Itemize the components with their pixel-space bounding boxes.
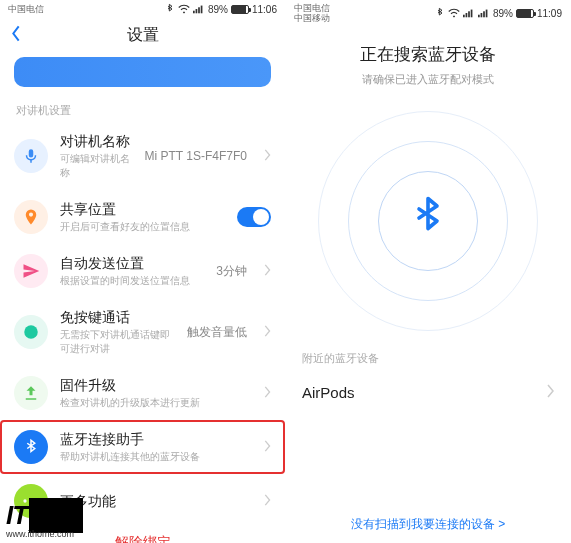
row-title: 对讲机名称 bbox=[60, 132, 133, 150]
row-title: 共享位置 bbox=[60, 200, 225, 218]
search-subheading: 请确保已进入蓝牙配对模式 bbox=[306, 72, 550, 87]
chevron-right-icon bbox=[263, 494, 271, 509]
row-title: 自动发送位置 bbox=[60, 254, 204, 272]
bluetooth-radar bbox=[318, 111, 538, 331]
bluetooth-icon bbox=[14, 430, 48, 464]
svg-rect-3 bbox=[201, 6, 203, 14]
row-handsfree[interactable]: 免按键通话 无需按下对讲机通话键即可进行对讲 触发音量低 bbox=[0, 298, 285, 366]
row-value: 触发音量低 bbox=[187, 324, 247, 341]
back-button[interactable] bbox=[10, 25, 22, 46]
chevron-right-icon bbox=[263, 149, 271, 164]
svg-rect-0 bbox=[193, 11, 195, 14]
upgrade-icon bbox=[14, 376, 48, 410]
carrier-1: 中国电信 bbox=[8, 4, 44, 14]
battery-pct: 89% bbox=[493, 8, 513, 19]
carrier-2: 中国移动 bbox=[294, 13, 330, 23]
row-sub: 帮助对讲机连接其他的蓝牙设备 bbox=[60, 450, 251, 464]
battery-icon bbox=[231, 5, 249, 14]
status-bar: 中国电信 89% 11:06 bbox=[0, 0, 285, 17]
signal-icon bbox=[193, 4, 205, 14]
svg-rect-1 bbox=[196, 9, 198, 13]
row-title: 更多功能 bbox=[60, 492, 251, 510]
signal-icon bbox=[478, 8, 490, 18]
chevron-right-icon bbox=[263, 325, 271, 340]
carrier-1: 中国电信 bbox=[294, 3, 330, 13]
svg-rect-15 bbox=[486, 10, 488, 18]
row-autosend[interactable]: 自动发送位置 根据设置的时间发送位置信息 3分钟 bbox=[0, 244, 285, 298]
svg-rect-2 bbox=[198, 7, 200, 13]
section-label: 对讲机设置 bbox=[0, 97, 285, 122]
row-value: Mi PTT 1S-F4F7F0 bbox=[145, 149, 247, 163]
send-icon bbox=[14, 254, 48, 288]
svg-rect-13 bbox=[481, 13, 483, 17]
signal-icon bbox=[463, 8, 475, 18]
bluetooth-search-screen: 中国电信 中国移动 89% 11:09 bbox=[285, 0, 570, 543]
svg-rect-8 bbox=[463, 15, 465, 18]
status-bar: 中国电信 中国移动 89% 11:09 bbox=[286, 0, 570, 25]
row-firmware[interactable]: 固件升级 检查对讲机的升级版本进行更新 bbox=[0, 366, 285, 420]
row-sub: 根据设置的时间发送位置信息 bbox=[60, 274, 204, 288]
row-title: 固件升级 bbox=[60, 376, 251, 394]
device-name: AirPods bbox=[302, 384, 355, 401]
wifi-icon bbox=[448, 8, 460, 18]
row-sub: 可编辑对讲机名称 bbox=[60, 152, 133, 180]
nearby-label: 附近的蓝牙设备 bbox=[286, 347, 570, 370]
svg-point-4 bbox=[24, 325, 38, 339]
bluetooth-large-icon bbox=[410, 196, 446, 247]
search-heading: 正在搜索蓝牙设备 bbox=[306, 43, 550, 66]
svg-rect-10 bbox=[468, 11, 470, 17]
row-value: 3分钟 bbox=[216, 263, 247, 280]
row-title: 蓝牙连接助手 bbox=[60, 430, 251, 448]
row-share-location[interactable]: 共享位置 开启后可查看好友的位置信息 bbox=[0, 190, 285, 244]
wifi-icon bbox=[178, 4, 190, 14]
row-device-name[interactable]: 对讲机名称 可编辑对讲机名称 Mi PTT 1S-F4F7F0 bbox=[0, 122, 285, 190]
chevron-right-icon bbox=[263, 264, 271, 279]
battery-icon bbox=[516, 9, 534, 18]
clock: 11:09 bbox=[537, 8, 562, 19]
row-sub: 开启后可查看好友的位置信息 bbox=[60, 220, 225, 234]
row-bluetooth-assistant[interactable]: 蓝牙连接助手 帮助对讲机连接其他的蓝牙设备 bbox=[0, 420, 285, 474]
location-icon bbox=[14, 200, 48, 234]
svg-rect-12 bbox=[478, 15, 480, 18]
voice-icon bbox=[14, 315, 48, 349]
device-row-airpods[interactable]: AirPods bbox=[286, 370, 570, 415]
bluetooth-icon bbox=[435, 7, 445, 19]
row-sub: 检查对讲机的升级版本进行更新 bbox=[60, 396, 251, 410]
svg-rect-9 bbox=[466, 13, 468, 17]
row-title: 免按键通话 bbox=[60, 308, 175, 326]
row-sub: 无需按下对讲机通话键即可进行对讲 bbox=[60, 328, 175, 356]
bluetooth-icon bbox=[165, 3, 175, 15]
chevron-right-icon bbox=[546, 384, 554, 401]
header-card[interactable] bbox=[14, 57, 271, 87]
no-scan-link[interactable]: 没有扫描到我要连接的设备 > bbox=[286, 516, 570, 533]
share-toggle[interactable] bbox=[237, 207, 271, 227]
svg-rect-14 bbox=[483, 11, 485, 17]
page-title: 设置 bbox=[127, 25, 159, 46]
mic-icon bbox=[14, 139, 48, 173]
svg-rect-11 bbox=[471, 10, 473, 18]
nav-bar: 设置 bbox=[0, 17, 285, 53]
chevron-right-icon bbox=[263, 386, 271, 401]
chevron-right-icon bbox=[263, 440, 271, 455]
clock: 11:06 bbox=[252, 4, 277, 15]
battery-pct: 89% bbox=[208, 4, 228, 15]
watermark: IT之家 www.ithome.com bbox=[6, 498, 83, 539]
settings-screen: 中国电信 89% 11:06 设置 bbox=[0, 0, 285, 543]
